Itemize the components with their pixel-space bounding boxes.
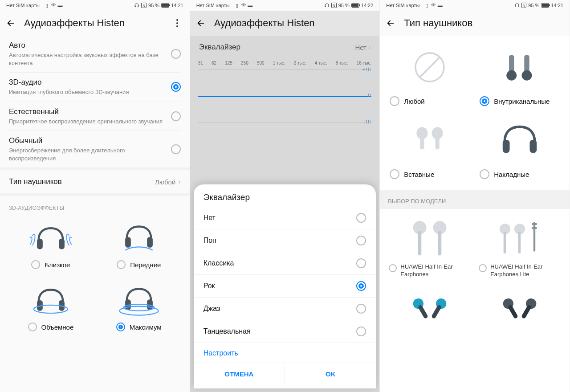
- sim-label: Нет SIM-карты: [6, 3, 40, 8]
- mode-title: 3D-аудио: [9, 78, 171, 87]
- radio[interactable]: [31, 260, 40, 269]
- type-tile-inear[interactable]: Внутриканальные: [477, 43, 562, 106]
- radio[interactable]: [171, 111, 181, 121]
- type-tile-overear[interactable]: Накладные: [477, 116, 562, 179]
- type-tile-any[interactable]: Любой: [387, 43, 472, 106]
- screen-audio-effects: Нет SIM-карты ▯ ▬ N 95 % 14:21 Аудиоэффе…: [0, 0, 190, 392]
- svg-rect-22: [518, 232, 521, 253]
- preset-row-jazz[interactable]: Джаз: [194, 297, 376, 320]
- radio[interactable]: [356, 304, 366, 314]
- radio[interactable]: [171, 144, 181, 154]
- radio[interactable]: [28, 323, 37, 331]
- more-menu-button[interactable]: [172, 19, 183, 27]
- header: Аудиоэффекты Histen: [0, 11, 190, 36]
- statusbar: Нет SIM-карты ▯ ▬ N 95 % 14:21: [0, 0, 190, 11]
- screen-headphone-type: Нет SIM-карты ▯ ▬ N 95 % 14:21 Тип наушн…: [380, 0, 570, 392]
- radio[interactable]: [117, 260, 126, 269]
- mode-sub: Приоритетное воспроизведение оригинально…: [9, 118, 171, 126]
- headphone-type-row[interactable]: Тип наушников Любой ›: [0, 167, 190, 196]
- customize-button[interactable]: Настроить: [194, 343, 376, 360]
- preset-row-none[interactable]: Нет: [194, 207, 376, 229]
- preset-row-classic[interactable]: Классика: [194, 252, 376, 274]
- mode-title: Естественный: [9, 107, 171, 116]
- nfc-icon: N: [331, 3, 337, 8]
- radio[interactable]: [390, 169, 399, 179]
- headphone-icon: [324, 3, 330, 8]
- mode-row-auto[interactable]: АвтоАвтоматическая настройка звуковых эф…: [0, 36, 190, 72]
- nfc-icon: N: [141, 3, 147, 8]
- radio[interactable]: [171, 49, 181, 59]
- effect-tile-front[interactable]: Переднее: [97, 220, 181, 269]
- svg-rect-27: [418, 304, 428, 319]
- model-tile-dark[interactable]: [477, 284, 562, 333]
- back-button[interactable]: [195, 17, 207, 29]
- wifi-icon: [241, 3, 246, 8]
- mode-row-natural[interactable]: ЕстественныйПриоритетное воспроизведение…: [0, 102, 190, 131]
- effect-tile-max[interactable]: Максимум: [97, 282, 181, 331]
- card-icon: ▬: [57, 3, 63, 8]
- preset-row-dance[interactable]: Танцевальная: [194, 320, 376, 343]
- radio[interactable]: [116, 323, 125, 331]
- radio[interactable]: [356, 213, 366, 223]
- page-title: Тип наушников: [404, 17, 562, 29]
- headphone-icon: [477, 116, 562, 165]
- mode-row-normal[interactable]: ОбычныйЭнергосбережение для более длител…: [0, 131, 190, 167]
- equalizer-dialog: Эквалайзер Нет Поп Классика Рок Джаз Тан…: [194, 184, 376, 388]
- clock: 14:21: [171, 3, 183, 8]
- radio[interactable]: [480, 96, 489, 106]
- radio[interactable]: [356, 327, 366, 336]
- content: АвтоАвтоматическая настройка звуковых эф…: [0, 36, 190, 392]
- back-button[interactable]: [4, 17, 17, 29]
- preset-row-pop[interactable]: Поп: [194, 229, 376, 252]
- headphone-icon: [134, 3, 139, 8]
- radio[interactable]: [390, 96, 399, 106]
- mode-row-3d[interactable]: 3D-аудиоИмитация глубокого объемного 3D-…: [0, 73, 190, 102]
- sim-label: Нет SIM-карты: [196, 3, 230, 8]
- clock: 14:21: [551, 3, 563, 8]
- battery-pct: 95 %: [148, 3, 159, 8]
- radio[interactable]: [356, 281, 366, 291]
- svg-rect-16: [418, 231, 422, 256]
- headphone-icon: [117, 282, 161, 318]
- earphone-icon: [387, 214, 472, 263]
- page-title: Аудиоэффекты Histen: [214, 17, 373, 29]
- radio[interactable]: [356, 236, 366, 245]
- radio[interactable]: [356, 258, 366, 268]
- clock: 14:22: [361, 3, 374, 8]
- effect-tile-surround[interactable]: Объемное: [9, 282, 93, 331]
- type-tile-halfin[interactable]: Вставные: [387, 116, 472, 179]
- cancel-button[interactable]: ОТМЕНА: [194, 363, 285, 385]
- effect-label: Объемное: [41, 323, 74, 331]
- headphone-icon: [28, 220, 73, 256]
- earphone-icon: [477, 214, 562, 263]
- wifi-icon: [431, 3, 436, 8]
- battery-icon: [541, 3, 549, 8]
- mode-sub: Энергосбережение для более длительного в…: [9, 147, 171, 162]
- back-button[interactable]: [384, 17, 397, 29]
- earphone-icon: [477, 284, 562, 333]
- radio[interactable]: [389, 264, 397, 272]
- effect-label: Переднее: [130, 261, 161, 269]
- model-tile-halfin[interactable]: HUAWEI Half In-Ear Earphones: [387, 214, 472, 278]
- radio[interactable]: [171, 82, 181, 92]
- svg-rect-29: [431, 304, 442, 319]
- effect-tile-close[interactable]: Близкое: [9, 220, 93, 269]
- headphone-icon: [514, 3, 520, 8]
- svg-rect-24: [532, 223, 537, 225]
- sim-label: Нет SIM-карты: [386, 3, 419, 8]
- svg-rect-20: [504, 232, 506, 253]
- sim-icon: ▯: [44, 3, 49, 8]
- model-tile-halfin-lite[interactable]: HUAWEI Half In-Ear Earphones Lite: [477, 214, 562, 278]
- statusbar: Нет SIM-карты ▯ ▬ N 95 % 14:22: [190, 0, 380, 11]
- radio[interactable]: [479, 264, 487, 272]
- screen-equalizer: Нет SIM-карты ▯ ▬ N 95 % 14:22 Аудиоэффе…: [190, 0, 380, 392]
- battery-icon: [351, 3, 359, 8]
- navrow-value: Любой: [155, 178, 175, 186]
- battery-icon: [161, 3, 169, 8]
- model-tile-blue[interactable]: [387, 284, 472, 333]
- earbud-icon: [477, 43, 562, 92]
- radio[interactable]: [480, 169, 489, 179]
- ok-button[interactable]: OK: [285, 363, 376, 385]
- chevron-right-icon: ›: [178, 178, 180, 186]
- preset-row-rock[interactable]: Рок: [194, 274, 376, 297]
